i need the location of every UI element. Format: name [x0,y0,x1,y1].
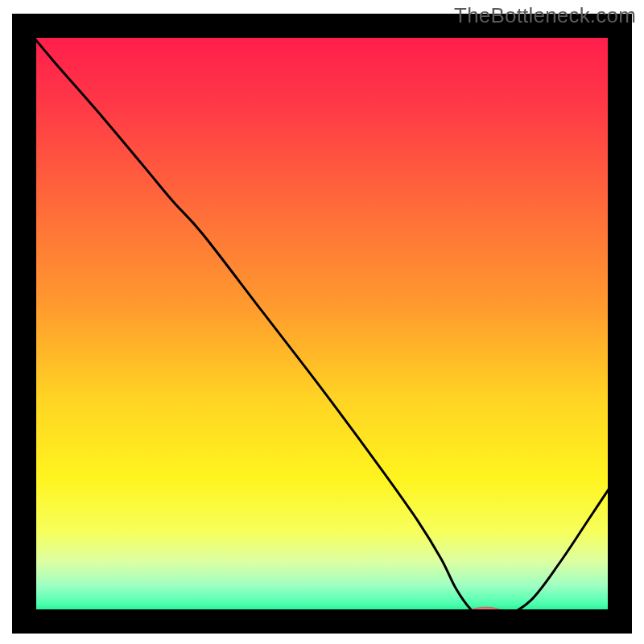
watermark-label: TheBottleneck.com [454,3,636,28]
gradient-background [24,26,620,621]
chart-stage: TheBottleneck.com [0,0,644,644]
bottleneck-chart [0,0,644,644]
